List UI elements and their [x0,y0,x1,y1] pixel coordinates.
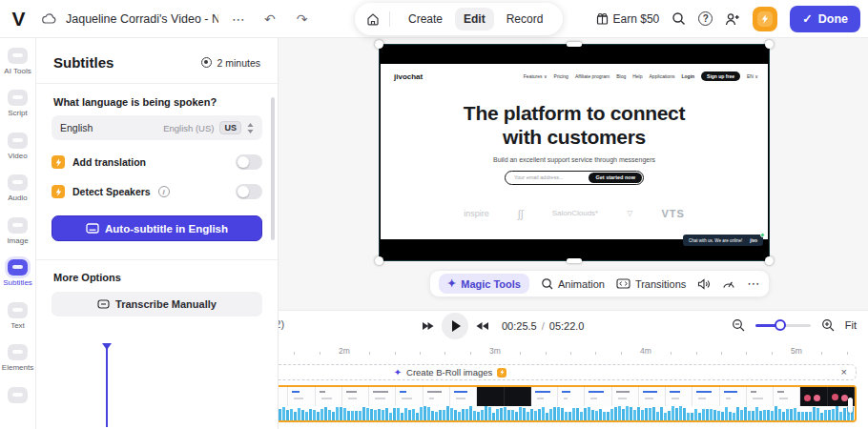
rail-item-partial[interactable] [0,387,35,429]
transcribe-label: Transcribe Manually [115,298,217,310]
record-dot-icon [201,57,212,68]
auto-subtitle-button[interactable]: Auto-subtitle in English [52,215,262,241]
more-menu-icon[interactable]: ⋯ [228,11,249,27]
filmstrip-frame [558,387,585,406]
speed-button[interactable] [722,278,735,289]
rail-item-text[interactable]: Text [0,302,35,344]
image-icon [8,217,28,234]
earn-reward-button[interactable]: Earn $50 [596,12,660,26]
animation-button[interactable]: Animation [541,277,605,290]
duration-badge[interactable]: 2 minutes [201,57,260,69]
rail-item-subtitles[interactable]: Subtitles [0,259,35,301]
text-icon [8,302,28,318]
detect-speakers-label: Detect Speakers [72,186,151,197]
auto-subtitle-label: Auto-subtitle in English [105,223,228,235]
rail-item-image[interactable]: Image [0,217,35,259]
animation-label: Animation [558,278,605,290]
timeline-zoom-slider[interactable] [755,324,811,327]
filmstrip-frame [342,387,369,406]
rail-item-ai-tools[interactable]: AI Tools [0,48,35,90]
filmstrip-frame [396,387,423,406]
broll-label: Create B-Roll images [406,367,492,378]
time-separator: / [542,320,545,332]
rail-item-audio[interactable]: Audio [0,174,35,216]
rail-label: Audio [8,194,27,202]
site-nav-link: Applications [650,73,675,79]
home-icon[interactable] [366,12,380,26]
lightning-icon [757,11,773,27]
site-logos-row: inspire ∫∫ SalonClouds* ▽ VTS [381,208,768,219]
current-time: 00:25.5 [502,320,537,332]
invite-person-icon[interactable] [725,12,740,26]
filmstrip-frame [692,387,719,406]
rail-label: Script [8,109,27,117]
filmstrip-frame [666,387,692,406]
transitions-button[interactable]: Transitions [616,278,686,290]
clip-more-icon[interactable]: ⋯ [747,276,760,291]
slider-handle[interactable] [775,319,786,331]
panel-scrollbar[interactable] [271,97,275,240]
skip-back-icon[interactable] [422,321,434,331]
playhead[interactable] [106,343,108,427]
magic-tools-button[interactable]: ✦ Magic Tools [439,274,529,294]
zoom-in-icon[interactable] [821,318,835,332]
panel-title: Subtitles [53,54,114,71]
resize-handle-br[interactable] [765,256,774,265]
language-select[interactable]: English English (US) US [52,115,262,140]
magic-tools-label: Magic Tools [461,278,521,290]
help-icon[interactable]: ? [698,11,713,26]
detect-speakers-toggle[interactable] [236,184,262,199]
trim-handle-right[interactable] [848,398,853,413]
filmstrip-frame [531,387,558,406]
search-icon[interactable] [672,11,686,26]
zoom-out-icon[interactable] [732,318,745,332]
site-nav: jivochat Features ∨ Pricing Affiliate pr… [394,72,758,81]
skip-forward-icon[interactable] [476,321,488,331]
fit-button[interactable]: Fit [845,319,857,331]
info-icon[interactable]: i [158,186,170,197]
project-title[interactable]: Jaqueline Corradi's Video - N... [66,12,218,26]
resize-handle-bottom[interactable] [567,258,582,263]
tab-edit[interactable]: Edit [455,8,494,31]
speaker-icon [697,278,711,290]
undo-icon[interactable]: ↶ [258,11,281,27]
online-dot [760,233,765,237]
play-icon [452,320,461,332]
resize-handle-top[interactable] [567,42,582,47]
redo-icon[interactable]: ↷ [291,11,314,27]
add-translation-toggle[interactable] [236,154,262,170]
rail-item-elements[interactable]: Elements [0,344,35,386]
site-chat-widget: Chat with us. We are online! jivo [683,235,763,246]
done-button[interactable]: ✓ Done [790,6,860,32]
resize-handle-tl[interactable] [375,40,383,49]
play-button[interactable] [442,313,468,339]
language-question: What language is being spoken? [53,96,260,108]
video-icon [8,133,28,149]
logo-inspire: inspire [464,209,489,218]
video-preview[interactable]: jivochat Features ∨ Pricing Affiliate pr… [380,45,769,260]
rail-label: Elements [2,363,33,372]
resize-handle-bl[interactable] [375,256,383,265]
rail-item-video[interactable]: Video [0,133,35,174]
duration-label: 2 minutes [217,57,260,69]
site-nav-link: Affiliate program [575,73,610,79]
rail-item-script[interactable]: Script [0,90,35,132]
resize-handle-tr[interactable] [765,40,774,49]
subtitles-panel: Subtitles 2 minutes What language is bei… [36,38,279,429]
transitions-label: Transitions [635,278,686,290]
rail-label: Text [10,321,25,330]
volume-button[interactable] [697,278,711,290]
tab-create[interactable]: Create [400,8,451,31]
site-logo: jivochat [394,72,423,81]
close-icon[interactable]: × [841,366,847,378]
more-options-label: More Options [53,272,260,283]
logo-swirl: ∫∫ [518,208,524,219]
site-headline: The platform to connect with customers [381,102,768,150]
add-translation-label: Add translation [72,156,146,168]
detect-speakers-row: Detect Speakers i [52,184,262,199]
veed-logo[interactable]: V [0,8,36,31]
upgrade-button[interactable] [753,7,777,31]
transcribe-manually-button[interactable]: Transcribe Manually [52,292,262,317]
tab-record[interactable]: Record [498,8,552,31]
site-email-input: Your email address... Get started now [505,171,644,185]
